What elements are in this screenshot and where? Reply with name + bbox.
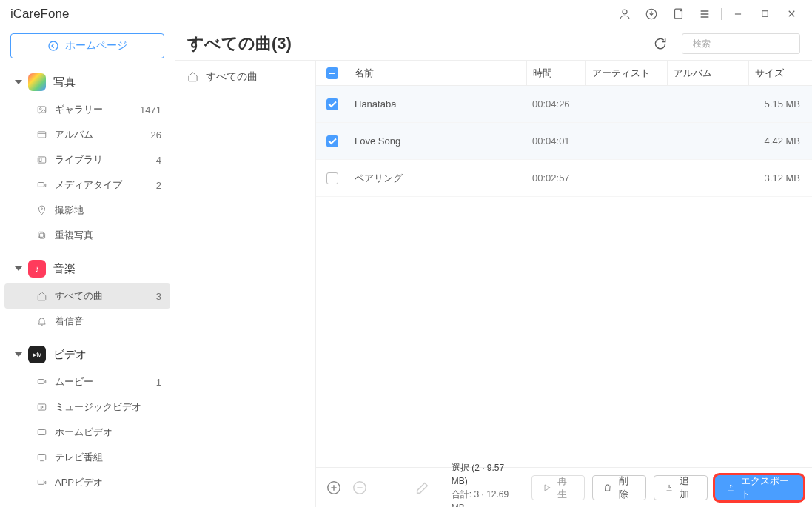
sidebar-item-1-1[interactable]: 着信音 — [0, 309, 175, 334]
row-checkbox[interactable] — [326, 135, 338, 147]
song-time: 00:02:57 — [526, 172, 585, 184]
download-arrow-icon — [665, 483, 674, 493]
footer-info: 選択 (2 · 9.57 MB) 合計: 3 · 12.69 MB — [452, 461, 517, 508]
footer-toolbar: 選択 (2 · 9.57 MB) 合計: 3 · 12.69 MB 再生 削除 — [316, 467, 812, 507]
selection-summary: 選択 (2 · 9.57 MB) — [452, 461, 517, 488]
song-size: 5.15 MB — [748, 98, 812, 110]
row-checkbox[interactable] — [326, 172, 338, 184]
delete-button[interactable]: 削除 — [592, 475, 646, 500]
back-icon — [47, 40, 59, 52]
category-label: すべての曲 — [206, 70, 258, 84]
sidebar-item-2-4[interactable]: APPビデオ — [0, 470, 175, 495]
table-row[interactable]: Love Song00:04:014.42 MB — [316, 123, 812, 160]
svg-rect-12 — [39, 233, 44, 238]
sidebar-item-0-0[interactable]: ギャラリー1471 — [0, 97, 175, 122]
row-checkbox[interactable] — [326, 98, 338, 110]
separator — [721, 8, 722, 20]
maximize-button[interactable] — [751, 1, 778, 27]
sidebar-item-2-1[interactable]: ミュージックビデオ — [0, 394, 175, 420]
search-box[interactable] — [682, 33, 800, 54]
svg-point-6 — [39, 108, 41, 110]
duplicate-icon — [36, 230, 47, 241]
category-all-songs[interactable]: すべての曲 — [175, 61, 315, 93]
menu-icon[interactable] — [691, 1, 718, 27]
sidebar-group-photos[interactable]: 写真 — [0, 67, 175, 97]
select-all-checkbox[interactable] — [326, 67, 338, 79]
song-size: 3.12 MB — [748, 172, 812, 184]
location-icon — [36, 205, 47, 215]
svg-rect-16 — [38, 430, 46, 435]
sidebar: ホームページ 写真ギャラリー1471アルバム26ライブラリ4メディアタイプ2撮影… — [0, 27, 175, 507]
notes-icon[interactable] — [665, 1, 691, 27]
remove-icon-button — [351, 477, 369, 498]
add-icon-button[interactable] — [325, 477, 343, 498]
column-artist[interactable]: アーティスト — [585, 61, 667, 85]
song-name: Love Song — [349, 135, 526, 147]
app-video-icon — [36, 477, 47, 488]
song-time: 00:04:01 — [526, 135, 585, 147]
sidebar-group-video[interactable]: ▸tvビデオ — [0, 340, 175, 369]
library-icon — [36, 155, 47, 165]
home-button[interactable]: ホームページ — [10, 33, 164, 58]
svg-rect-13 — [38, 232, 43, 237]
svg-rect-3 — [762, 11, 768, 17]
tv-icon — [36, 452, 47, 463]
song-name: ペアリング — [349, 172, 526, 185]
sidebar-item-0-2[interactable]: ライブラリ4 — [0, 147, 175, 172]
home-icon — [36, 291, 47, 301]
mv-icon — [36, 402, 47, 412]
account-icon[interactable] — [611, 1, 638, 27]
export-label: エクスポート — [741, 474, 792, 501]
sidebar-item-2-0[interactable]: ムービー1 — [0, 369, 175, 394]
home-icon — [187, 71, 198, 82]
search-input[interactable] — [693, 38, 804, 49]
bell-icon — [36, 316, 47, 326]
song-time: 00:04:26 — [526, 98, 585, 110]
sidebar-item-0-4[interactable]: 撮影地 — [0, 198, 175, 223]
export-button[interactable]: エクスポート — [715, 475, 803, 500]
svg-rect-15 — [38, 404, 46, 410]
svg-rect-18 — [38, 480, 44, 485]
category-pane: すべての曲 — [175, 60, 316, 507]
download-icon[interactable] — [638, 1, 665, 27]
app-title: iCareFone — [10, 7, 69, 21]
edit-icon-button — [414, 477, 432, 498]
svg-point-0 — [623, 10, 627, 14]
sidebar-item-0-1[interactable]: アルバム26 — [0, 122, 175, 147]
home-video-icon — [36, 427, 47, 437]
sidebar-item-2-2[interactable]: ホームビデオ — [0, 420, 175, 445]
album-icon — [36, 130, 47, 140]
play-button[interactable]: 再生 — [531, 475, 585, 500]
add-label: 追加 — [680, 474, 697, 501]
minimize-button[interactable] — [725, 1, 751, 27]
export-icon — [726, 483, 735, 493]
column-size[interactable]: サイズ — [748, 61, 812, 85]
table-header: 名前 時間 アーティスト アルバム サイズ — [316, 61, 812, 86]
svg-rect-9 — [39, 158, 41, 162]
delete-label: 削除 — [619, 474, 636, 501]
image-icon — [36, 104, 47, 115]
svg-point-11 — [41, 208, 42, 209]
sidebar-item-0-3[interactable]: メディアタイプ2 — [0, 172, 175, 198]
table-body: Hanataba00:04:265.15 MBLove Song00:04:01… — [316, 86, 812, 467]
close-button[interactable] — [778, 1, 805, 27]
page-title: すべての曲(3) — [187, 33, 639, 55]
table-row[interactable]: Hanataba00:04:265.15 MB — [316, 86, 812, 123]
content-area: すべての曲(3) すべての曲 名前 時間 アー — [175, 27, 812, 507]
column-time[interactable]: 時間 — [526, 61, 585, 85]
sidebar-item-0-5[interactable]: 重複写真 — [0, 223, 175, 248]
column-name[interactable]: 名前 — [349, 67, 526, 80]
svg-point-4 — [49, 41, 58, 50]
sidebar-item-1-0[interactable]: すべての曲3 — [4, 283, 170, 309]
sidebar-item-2-3[interactable]: テレビ番組 — [0, 445, 175, 470]
table-row[interactable]: ペアリング00:02:573.12 MB — [316, 160, 812, 197]
add-button[interactable]: 追加 — [654, 475, 708, 500]
total-summary: 合計: 3 · 12.69 MB — [452, 488, 517, 508]
title-bar: iCareFone — [0, 0, 812, 27]
table-pane: 名前 時間 アーティスト アルバム サイズ Hanataba00:04:265.… — [316, 60, 812, 507]
play-icon — [543, 483, 551, 493]
sidebar-group-music[interactable]: ♪音楽 — [0, 254, 175, 283]
camera-icon — [36, 377, 47, 387]
column-album[interactable]: アルバム — [667, 61, 748, 85]
refresh-button[interactable] — [648, 31, 673, 56]
